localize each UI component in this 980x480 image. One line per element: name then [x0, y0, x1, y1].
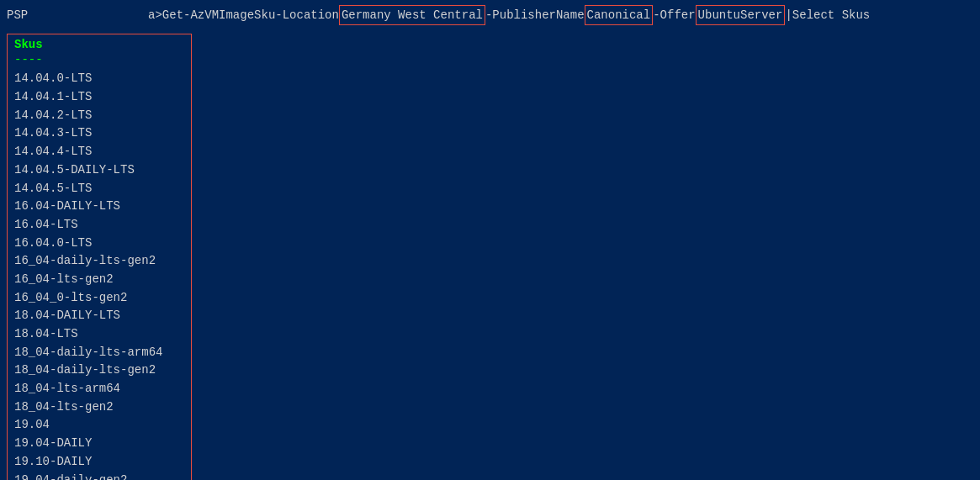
prompt-path-text: P a [21, 8, 156, 22]
list-item: 16.04-LTS [14, 216, 184, 235]
list-item: 14.04.5-DAILY-LTS [14, 161, 184, 180]
prompt-ps: PS [7, 6, 21, 24]
sku-list: 14.04.0-LTS14.04.1-LTS14.04.2-LTS14.04.3… [14, 70, 184, 480]
list-item: 16_04-daily-lts-gen2 [14, 252, 184, 271]
column-header: Skus [14, 38, 184, 51]
list-item: 18_04-daily-lts-arm64 [14, 344, 184, 362]
list-item: 16.04-DAILY-LTS [14, 198, 184, 216]
prompt-gt: > [155, 6, 162, 24]
prompt-path: P a [21, 6, 156, 24]
param-publisher-flag: -PublisherName [485, 6, 585, 24]
list-item: 18_04-daily-lts-gen2 [14, 361, 184, 380]
location-text: Germany West Central [342, 8, 483, 22]
offer-text: UbuntuServer [698, 8, 783, 22]
select-command: Select Skus [792, 6, 870, 24]
publisher-text: Canonical [587, 8, 651, 22]
list-item: 18_04-lts-gen2 [14, 398, 184, 417]
param-publisher-value: Canonical [585, 5, 654, 25]
command-line: PS P a > Get-AzVMImageSku -Location Germ… [0, 0, 980, 30]
list-item: 14.04.0-LTS [14, 70, 184, 88]
list-item: 19.04-DAILY [14, 435, 184, 453]
list-item: 14.04.2-LTS [14, 107, 184, 125]
list-item: 19_04-daily-gen2 [14, 472, 184, 480]
list-item: 14.04.3-LTS [14, 124, 184, 143]
list-item: 14.04.1-LTS [14, 88, 184, 107]
list-item: 19.04 [14, 416, 184, 435]
list-item: 18.04-LTS [14, 325, 184, 344]
list-item: 18.04-DAILY-LTS [14, 307, 184, 325]
list-item: 14.04.5-LTS [14, 180, 184, 198]
column-separator: ---- [14, 53, 184, 66]
param-location-value: Germany West Central [339, 5, 485, 25]
param-location-flag: -Location [275, 6, 339, 24]
list-item: 18_04-lts-arm64 [14, 380, 184, 398]
list-item: 16.04.0-LTS [14, 235, 184, 253]
list-item: 16_04-lts-gen2 [14, 271, 184, 289]
cmdlet-name: Get-AzVMImageSku [162, 6, 275, 24]
param-offer-flag: -Offer [653, 6, 695, 24]
terminal-window: PS P a > Get-AzVMImageSku -Location Germ… [0, 0, 980, 480]
list-item: 19.10-DAILY [14, 453, 184, 472]
param-offer-value: UbuntuServer [696, 5, 786, 25]
pipe-operator: | [785, 6, 792, 24]
output-container: Skus ---- 14.04.0-LTS14.04.1-LTS14.04.2-… [7, 34, 192, 480]
list-item: 16_04_0-lts-gen2 [14, 289, 184, 308]
list-item: 14.04.4-LTS [14, 143, 184, 161]
